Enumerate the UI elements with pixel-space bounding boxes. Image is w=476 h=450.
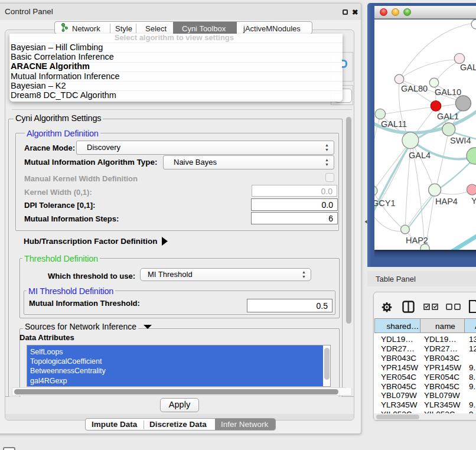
- svg-text:SWI4: SWI4: [450, 136, 471, 145]
- svg-text:GAL4: GAL4: [409, 151, 431, 160]
- svg-text:GAL10: GAL10: [435, 87, 461, 97]
- svg-text:GCY1: GCY1: [374, 198, 396, 208]
- svg-text:GAL1: GAL1: [437, 112, 459, 121]
- svg-text:GAL80: GAL80: [401, 84, 428, 93]
- svg-text:GAL7: GAL7: [460, 63, 476, 72]
- svg-text:HAP4: HAP4: [435, 197, 458, 206]
- svg-text:HAP2: HAP2: [406, 236, 428, 245]
- svg-text:YJ: YJ: [471, 196, 476, 206]
- svg-text:GAL11: GAL11: [381, 119, 407, 129]
